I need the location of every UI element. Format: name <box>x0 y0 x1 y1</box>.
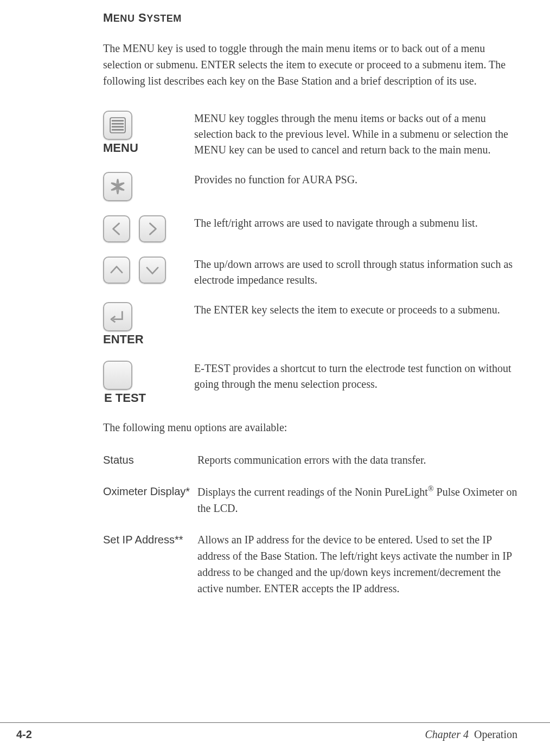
etest-key-icon <box>103 361 132 390</box>
status-description: Reports communication errors with the da… <box>197 452 517 468</box>
etest-key-description: E-TEST provides a shortcut to turn the e… <box>194 361 517 392</box>
option-row-status: Status Reports communication errors with… <box>103 452 517 468</box>
oximeter-label: Oximeter Display* <box>103 483 197 499</box>
key-row-leftright: The left/right arrows are used to naviga… <box>103 215 517 242</box>
star-key-description: Provides no function for AURA PSG. <box>194 172 517 188</box>
options-intro: The following menu options are available… <box>103 419 517 435</box>
menu-key-description: MENU key toggles through the menu items … <box>194 111 517 158</box>
oximeter-description: Displays the current readings of the Non… <box>197 483 517 516</box>
page-footer: 4-2 Chapter 4 Operation <box>0 722 550 741</box>
section-heading: MENU SYSTEM <box>103 11 517 25</box>
page-content: MENU SYSTEM The MENU key is used to togg… <box>0 0 550 597</box>
enter-key-icon <box>103 302 132 331</box>
status-label: Status <box>103 452 197 468</box>
down-arrow-icon <box>139 257 166 284</box>
setip-label: Set IP Address** <box>103 531 197 548</box>
setip-description: Allows an IP address for the device to b… <box>197 531 517 597</box>
enter-key-description: The ENTER key selects the item to execut… <box>194 302 517 318</box>
etest-key-label: E TEST <box>103 391 146 405</box>
intro-paragraph: The MENU key is used to toggle through t… <box>103 40 517 89</box>
key-row-enter: ENTER The ENTER key selects the item to … <box>103 302 517 347</box>
leftright-key-description: The left/right arrows are used to naviga… <box>194 215 517 231</box>
key-row-updown: The up/down arrows are used to scroll th… <box>103 257 517 288</box>
menu-key-icon <box>103 111 132 140</box>
key-row-menu: MENU MENU key toggles through the menu i… <box>103 111 517 158</box>
key-row-etest: E TEST E-TEST provides a shortcut to tur… <box>103 361 517 405</box>
option-row-oximeter: Oximeter Display* Displays the current r… <box>103 483 517 516</box>
right-arrow-icon <box>139 215 166 242</box>
updown-key-description: The up/down arrows are used to scroll th… <box>194 257 517 288</box>
star-key-icon <box>103 172 132 201</box>
page-number: 4-2 <box>16 728 32 741</box>
option-row-setip: Set IP Address** Allows an IP address fo… <box>103 531 517 597</box>
left-arrow-icon <box>103 215 130 242</box>
key-row-star: Provides no function for AURA PSG. <box>103 172 517 201</box>
enter-key-label: ENTER <box>103 332 142 347</box>
up-arrow-icon <box>103 257 130 284</box>
menu-key-label: MENU <box>103 141 137 155</box>
chapter-ref: Chapter 4 Operation <box>425 728 517 741</box>
